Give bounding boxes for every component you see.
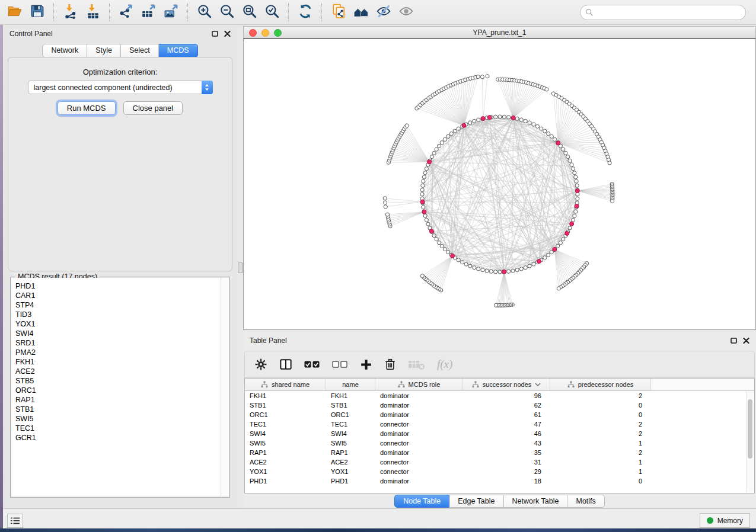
tab-mcds[interactable]: MCDS (159, 44, 198, 57)
tab-style[interactable]: Style (87, 44, 121, 57)
cell-mcds-role[interactable]: dominator (375, 449, 463, 456)
table-row[interactable]: ORC1ORC1dominator610 (245, 410, 754, 419)
search-input[interactable] (596, 8, 741, 17)
cell-mcds-role[interactable]: connector (375, 421, 463, 428)
cell-mcds-role[interactable]: dominator (375, 430, 463, 437)
column-header-shared-name[interactable]: shared name (245, 379, 326, 390)
cell-shared-name[interactable]: YOX1 (245, 468, 326, 475)
cell-shared-name[interactable]: SWI4 (245, 430, 326, 437)
cell-successor-nodes[interactable]: 35 (463, 449, 550, 456)
table-scrollbar-thumb[interactable] (748, 399, 752, 459)
cell-shared-name[interactable]: FKH1 (245, 392, 326, 399)
mcds-result-item[interactable]: ACE2 (15, 367, 229, 376)
mcds-result-item[interactable]: PMA2 (15, 348, 229, 357)
table-row[interactable]: SWI5SWI5connector431 (245, 438, 754, 448)
cell-shared-name[interactable]: TEC1 (245, 421, 326, 428)
save-session-button[interactable] (28, 2, 47, 23)
import-table-button[interactable] (84, 2, 103, 23)
export-image-button[interactable] (162, 2, 181, 23)
mcds-result-item[interactable]: SWI5 (15, 414, 229, 424)
cell-mcds-role[interactable]: connector (375, 459, 463, 466)
cell-name[interactable]: ORC1 (326, 411, 375, 418)
cell-mcds-role[interactable]: dominator (375, 402, 463, 409)
cell-successor-nodes[interactable]: 61 (463, 411, 550, 418)
cell-name[interactable]: STB1 (326, 402, 375, 409)
delete-column-button[interactable] (384, 356, 396, 373)
export-network-button[interactable] (117, 2, 136, 23)
tab-network-table[interactable]: Network Table (504, 495, 568, 508)
column-panel-button[interactable] (279, 356, 292, 373)
cell-name[interactable]: SWI5 (326, 440, 375, 447)
table-row[interactable]: RAP1RAP1dominator352 (245, 448, 754, 457)
cell-successor-nodes[interactable]: 29 (463, 468, 550, 475)
cell-shared-name[interactable]: ACE2 (245, 459, 326, 466)
cell-successor-nodes[interactable]: 43 (463, 440, 550, 447)
tab-edge-table[interactable]: Edge Table (449, 495, 503, 508)
export-table-button[interactable] (139, 2, 158, 23)
vertical-splitter[interactable] (237, 26, 243, 508)
cell-mcds-role[interactable]: dominator (375, 477, 463, 485)
mcds-result-item[interactable]: STB5 (15, 376, 229, 386)
splitter-handle[interactable] (238, 262, 243, 273)
cell-predecessor-nodes[interactable]: 0 (550, 411, 651, 418)
close-panel-button[interactable] (224, 31, 231, 37)
mcds-result-item[interactable]: GCR1 (15, 433, 229, 443)
cell-predecessor-nodes[interactable]: 1 (550, 459, 651, 466)
table-settings-button[interactable] (254, 356, 267, 373)
clone-network-button[interactable] (329, 2, 348, 23)
cell-name[interactable]: SWI4 (326, 430, 375, 437)
table-row[interactable]: ACE2ACE2connector311 (245, 457, 754, 467)
mcds-result-item[interactable]: CAR1 (15, 291, 229, 300)
table-row[interactable]: YOX1YOX1connector291 (245, 467, 754, 476)
mcds-result-item[interactable]: YOX1 (15, 319, 229, 329)
zoom-in-button[interactable] (195, 2, 214, 23)
cell-successor-nodes[interactable]: 96 (463, 392, 550, 399)
column-header-successor-nodes[interactable]: successor nodes (463, 379, 550, 390)
cell-successor-nodes[interactable]: 62 (463, 402, 550, 409)
tab-select[interactable]: Select (121, 44, 159, 57)
network-canvas[interactable] (243, 39, 756, 330)
mcds-result-item[interactable]: STB1 (15, 405, 229, 414)
cell-predecessor-nodes[interactable]: 1 (550, 468, 651, 475)
cell-name[interactable]: TEC1 (326, 421, 375, 428)
table-row[interactable]: FKH1FKH1dominator962 (245, 391, 754, 400)
table-row[interactable]: TEC1TEC1connector472 (245, 419, 754, 429)
cell-mcds-role[interactable]: connector (375, 468, 463, 475)
cell-predecessor-nodes[interactable]: 2 (550, 430, 651, 437)
window-maximize-icon[interactable] (274, 29, 282, 37)
hide-selected-button[interactable] (374, 2, 393, 23)
mcds-result-item[interactable]: STP4 (15, 300, 229, 310)
zoom-fit-button[interactable] (240, 2, 259, 23)
float-panel-button[interactable] (212, 31, 218, 37)
open-session-button[interactable] (5, 2, 24, 23)
close-table-panel-button[interactable] (743, 338, 749, 344)
cell-mcds-role[interactable]: connector (375, 440, 463, 447)
cell-successor-nodes[interactable]: 46 (463, 430, 550, 437)
cell-predecessor-nodes[interactable]: 0 (550, 402, 651, 409)
cell-name[interactable]: RAP1 (326, 449, 375, 456)
criterion-select[interactable]: largest connected component (undirected) (28, 81, 213, 94)
run-mcds-button[interactable]: Run MCDS (58, 101, 116, 115)
cell-successor-nodes[interactable]: 47 (463, 421, 550, 428)
window-close-icon[interactable] (249, 29, 257, 37)
cell-predecessor-nodes[interactable]: 2 (550, 449, 651, 456)
cell-shared-name[interactable]: PHD1 (245, 477, 326, 485)
result-list-scrollbar[interactable] (221, 278, 229, 496)
table-scrollbar[interactable] (746, 391, 754, 492)
column-header-mcds-role[interactable]: MCDS role (375, 379, 463, 390)
mcds-result-item[interactable]: PHD1 (15, 281, 229, 291)
mcds-result-item[interactable]: SWI4 (15, 329, 229, 338)
cell-name[interactable]: FKH1 (326, 392, 375, 399)
mcds-result-item[interactable]: TEC1 (15, 424, 229, 433)
cell-shared-name[interactable]: ORC1 (245, 411, 326, 418)
table-row[interactable]: STB1STB1dominator620 (245, 400, 754, 410)
close-mcds-panel-button[interactable]: Close panel (123, 101, 183, 115)
select-all-columns-button[interactable] (304, 356, 320, 373)
cell-name[interactable]: ACE2 (326, 459, 375, 466)
mcds-result-item[interactable]: RAP1 (15, 395, 229, 405)
cell-shared-name[interactable]: STB1 (245, 402, 326, 409)
add-column-button[interactable] (360, 356, 372, 373)
cell-mcds-role[interactable]: dominator (375, 411, 463, 418)
cell-shared-name[interactable]: SWI5 (245, 440, 326, 447)
mcds-result-item[interactable]: ORC1 (15, 386, 229, 395)
